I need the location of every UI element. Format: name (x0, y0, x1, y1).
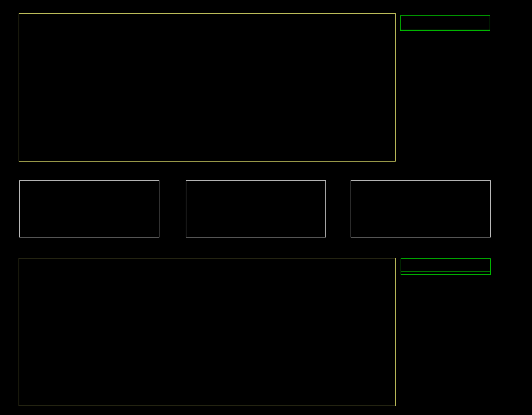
aip-table-title (401, 259, 490, 272)
aip-table-rows (401, 272, 490, 274)
autoscala-table (400, 15, 490, 31)
thumbnail-f2-trace (351, 180, 491, 237)
thumbnail-no-multiples (186, 180, 326, 237)
autoscala-table-title (401, 16, 490, 30)
thumbnail-f2-trace-canvas (351, 181, 490, 237)
aip-table (401, 258, 491, 275)
bottom-ionogram-panel (19, 258, 396, 406)
thumbnail-original (19, 180, 159, 237)
thumbnail-original-canvas (20, 181, 159, 237)
top-ionogram-canvas (19, 14, 395, 161)
thumbnail-no-multiples-canvas (186, 181, 325, 237)
top-ionogram-panel (19, 13, 396, 162)
bottom-ionogram-canvas (19, 258, 395, 406)
autoscala-window (0, 0, 532, 415)
